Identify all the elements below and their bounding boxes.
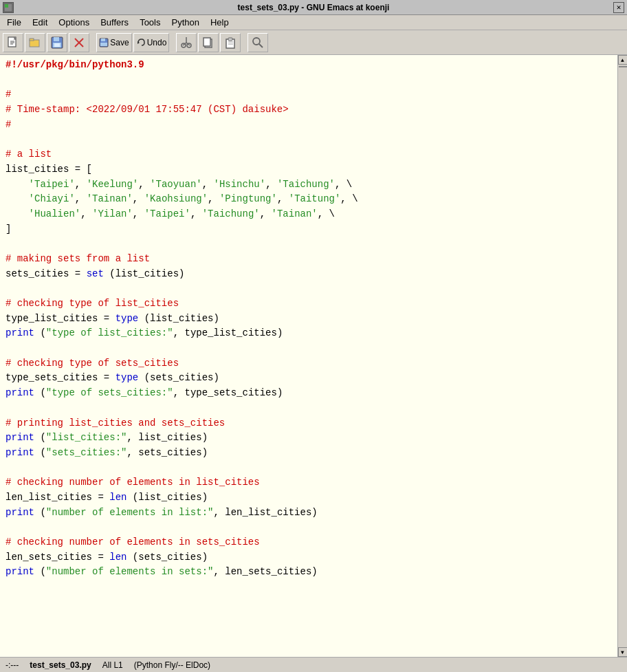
- scroll-track: [619, 65, 627, 647]
- svg-rect-16: [100, 43, 107, 46]
- cut-button[interactable]: [176, 33, 197, 52]
- editor-area[interactable]: #!/usr/pkg/bin/python3.9 # # Time-stamp:…: [0, 55, 617, 657]
- svg-rect-11: [54, 43, 60, 47]
- clipboard-icon: [224, 36, 236, 49]
- menu-bar: File Edit Options Buffers Tools Python H…: [0, 15, 627, 30]
- save-disk-icon: [51, 36, 63, 49]
- save-label-icon: [99, 38, 109, 47]
- status-mode: (Python Fly/-- ElDoc): [134, 660, 210, 670]
- close-x-icon: [73, 36, 85, 49]
- scrollbar[interactable]: ▲ ▼: [617, 55, 627, 657]
- svg-line-30: [259, 44, 263, 47]
- svg-rect-9: [54, 37, 59, 41]
- svg-point-29: [253, 38, 260, 45]
- svg-rect-24: [204, 38, 210, 46]
- main-container: test_sets_03.py - GNU Emacs at koenji ✕ …: [0, 0, 627, 672]
- save-label-text: Save: [110, 38, 129, 47]
- menu-tools[interactable]: Tools: [134, 16, 166, 29]
- scroll-thumb[interactable]: [619, 66, 627, 67]
- menu-help[interactable]: Help: [205, 16, 234, 29]
- open-file-button[interactable]: [25, 33, 45, 52]
- code-content[interactable]: #!/usr/pkg/bin/python3.9 # # Time-stamp:…: [0, 55, 617, 657]
- search-icon: [252, 36, 264, 49]
- search-button[interactable]: [248, 33, 268, 52]
- menu-edit[interactable]: Edit: [27, 16, 53, 29]
- svg-rect-26: [228, 38, 232, 41]
- undo-button[interactable]: Undo: [133, 33, 169, 52]
- copy-button[interactable]: [198, 33, 219, 52]
- window-title: test_sets_03.py - GNU Emacs at koenji: [14, 3, 613, 12]
- svg-rect-15: [101, 39, 105, 41]
- status-position: -:---: [6, 660, 19, 670]
- new-file-icon: [7, 36, 19, 49]
- menu-file[interactable]: File: [1, 16, 27, 29]
- scroll-down-arrow[interactable]: ▼: [618, 647, 628, 657]
- svg-rect-7: [30, 39, 34, 41]
- open-file-icon: [29, 36, 41, 49]
- status-bar: -:--- test_sets_03.py All L1 (Python Fly…: [0, 657, 627, 672]
- menu-options[interactable]: Options: [53, 16, 95, 29]
- undo-label-text: Undo: [147, 38, 167, 47]
- new-file-button[interactable]: [3, 33, 23, 52]
- menu-python[interactable]: Python: [166, 16, 204, 29]
- save-label-button[interactable]: Save: [96, 33, 132, 52]
- save-disk-button[interactable]: [47, 33, 67, 52]
- scroll-up-arrow[interactable]: ▲: [618, 55, 628, 65]
- paste-button[interactable]: [220, 33, 241, 52]
- editor-wrapper: #!/usr/pkg/bin/python3.9 # # Time-stamp:…: [0, 55, 627, 657]
- close-buffer-button[interactable]: [69, 33, 89, 52]
- status-filename: test_sets_03.py: [30, 660, 91, 670]
- svg-rect-1: [5, 4, 8, 8]
- status-all-l1: All L1: [102, 660, 123, 670]
- copy-icon: [202, 36, 214, 49]
- title-bar: test_sets_03.py - GNU Emacs at koenji ✕: [0, 0, 627, 15]
- toolbar: Save Undo: [0, 30, 627, 55]
- menu-buffers[interactable]: Buffers: [95, 16, 134, 29]
- scissors-icon: [180, 36, 192, 49]
- window-icon: [3, 2, 14, 13]
- undo-icon: [136, 38, 146, 47]
- close-button[interactable]: ✕: [613, 2, 624, 13]
